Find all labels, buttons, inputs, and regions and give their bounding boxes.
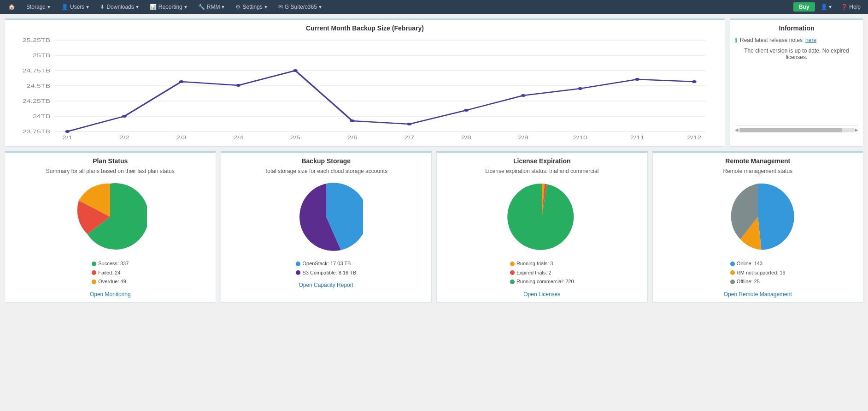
plan-status-svg [73, 180, 147, 254]
svg-text:2/9: 2/9 [518, 135, 528, 140]
plan-status-legend: Success: 337 Failed: 24 Overdue: 49 [92, 259, 129, 286]
svg-point-31 [350, 119, 355, 122]
open-remote-management-link[interactable]: Open Remote Management [724, 291, 792, 298]
backup-storage-subtitle: Total storage size for each cloud storag… [264, 167, 387, 175]
buy-button[interactable]: Buy [793, 2, 815, 12]
scroll-left-arrow[interactable]: ◀ [735, 127, 739, 132]
open-monitoring-link[interactable]: Open Monitoring [90, 291, 131, 298]
open-licenses-link[interactable]: Open Licenses [523, 291, 560, 298]
license-expiration-svg [505, 180, 579, 254]
license-expiration-subtitle: License expiration status: trial and com… [485, 167, 598, 175]
nav-storage[interactable]: Storage ▾ [22, 2, 55, 12]
remote-management-legend: Online: 143 RM not supported: 19 Offline… [730, 259, 786, 286]
info-release-line: ℹ Read latest release notes here [735, 36, 858, 44]
svg-text:23.75TB: 23.75TB [23, 129, 51, 134]
backup-storage-legend: OpenStack: 17.03 TB S3 Compatible: 8.16 … [296, 259, 356, 278]
legend-item-offline: Offline: 25 [730, 277, 786, 286]
chart-area: 25.25TB 25TB 24.75TB 24.5TB 24.25TB 24TB… [10, 36, 720, 142]
users-icon: 👤 [61, 4, 68, 10]
failed-dot [92, 270, 96, 275]
svg-text:2/6: 2/6 [347, 135, 358, 140]
svg-point-28 [179, 80, 184, 83]
scroll-right-arrow[interactable]: ▶ [855, 127, 858, 132]
legend-item-failed: Failed: 24 [92, 268, 129, 278]
remote-management-card: Remote Management Remote management stat… [652, 151, 864, 303]
success-dot [92, 262, 96, 266]
openstack-dot [296, 262, 300, 266]
offline-dot [730, 280, 735, 284]
svg-text:2/12: 2/12 [687, 135, 701, 140]
user-menu[interactable]: 👤 ▾ [817, 2, 835, 12]
backup-storage-title: Backup Storage [301, 157, 351, 165]
scroll-thumb [739, 128, 842, 132]
svg-text:2/1: 2/1 [62, 135, 72, 140]
svg-text:24.25TB: 24.25TB [23, 99, 51, 104]
license-expiration-title: License Expiration [513, 157, 570, 165]
svg-text:2/4: 2/4 [233, 135, 244, 140]
chart-title: Current Month Backup Size (February) [10, 24, 720, 32]
info-status: The client version is up to date. No exp… [735, 48, 858, 60]
svg-point-34 [521, 94, 526, 97]
legend-item-running-commercial: Running commercial: 220 [510, 277, 574, 286]
plan-status-title: Plan Status [93, 157, 128, 165]
rm-not-supported-dot [730, 270, 735, 275]
gsuite-icon: ✉ [278, 4, 283, 10]
downloads-icon: ⬇ [100, 4, 105, 10]
backup-chart-panel: Current Month Backup Size (February) 25.… [5, 18, 725, 147]
running-commercial-dot [510, 280, 515, 284]
svg-point-36 [635, 78, 639, 81]
nav-downloads[interactable]: ⬇ Downloads ▾ [95, 2, 143, 12]
bottom-row: Plan Status Summary for all plans based … [5, 151, 863, 303]
help-button[interactable]: ❓ Help [837, 2, 864, 12]
legend-item-overdue: Overdue: 49 [92, 277, 129, 286]
info-scrollbar: ◀ ▶ [735, 125, 858, 132]
license-expiration-card: License Expiration License expiration st… [436, 151, 648, 303]
remote-management-svg [721, 180, 795, 254]
nav-users[interactable]: 👤 Users ▾ [57, 2, 94, 12]
open-capacity-link[interactable]: Open Capacity Report [299, 282, 353, 288]
settings-icon: ⚙ [235, 4, 240, 10]
svg-point-33 [464, 109, 469, 112]
backup-storage-svg [289, 180, 363, 254]
release-link[interactable]: here [805, 37, 816, 43]
remote-management-subtitle: Remote management status [723, 167, 792, 175]
online-dot [730, 262, 735, 266]
license-expiration-legend: Running trials: 3 Expired trials: 2 Runn… [510, 259, 574, 286]
svg-point-27 [122, 115, 127, 118]
legend-item-online: Online: 143 [730, 259, 786, 268]
line-chart-svg: 25.25TB 25TB 24.75TB 24.5TB 24.25TB 24TB… [10, 36, 720, 142]
info-title: Information [735, 24, 858, 32]
legend-item-running-trials: Running trials: 3 [510, 259, 574, 268]
svg-point-37 [692, 80, 697, 83]
scroll-track[interactable] [739, 128, 854, 132]
svg-text:2/11: 2/11 [630, 135, 644, 140]
svg-text:25.25TB: 25.25TB [23, 38, 51, 43]
license-expiration-pie [505, 180, 579, 254]
svg-point-30 [293, 69, 298, 72]
main-content: Current Month Backup Size (February) 25.… [0, 14, 868, 307]
nav-settings[interactable]: ⚙ Settings ▾ [231, 2, 271, 12]
rmm-icon: 🔧 [198, 4, 205, 10]
legend-item-success: Success: 337 [92, 259, 129, 268]
plan-status-card: Plan Status Summary for all plans based … [5, 151, 216, 303]
legend-item-rm-not-supported: RM not supported: 19 [730, 268, 786, 278]
overdue-dot [92, 280, 96, 284]
plan-status-subtitle: Summary for all plans based on their las… [46, 167, 175, 175]
svg-text:2/8: 2/8 [461, 135, 471, 140]
info-panel: Information ℹ Read latest release notes … [730, 18, 863, 147]
remote-management-title: Remote Management [725, 157, 790, 165]
nav-rmm[interactable]: 🔧 RMM ▾ [194, 2, 229, 12]
svg-text:25TB: 25TB [33, 53, 50, 58]
svg-text:2/10: 2/10 [573, 135, 587, 140]
nav-reporting[interactable]: 📊 Reporting ▾ [145, 2, 192, 12]
nav-home-icon[interactable]: 🏠 [4, 2, 20, 12]
remote-management-pie [721, 180, 795, 254]
legend-item-openstack: OpenStack: 17.03 TB [296, 259, 356, 268]
svg-text:24TB: 24TB [33, 114, 50, 119]
legend-item-s3: S3 Compatible: 8.16 TB [296, 268, 356, 278]
backup-storage-card: Backup Storage Total storage size for ea… [221, 151, 432, 303]
svg-point-32 [407, 123, 412, 125]
nav-gsuite[interactable]: ✉ G Suite/o365 ▾ [274, 2, 326, 12]
running-trials-dot [510, 262, 515, 266]
backup-storage-pie [289, 180, 363, 254]
